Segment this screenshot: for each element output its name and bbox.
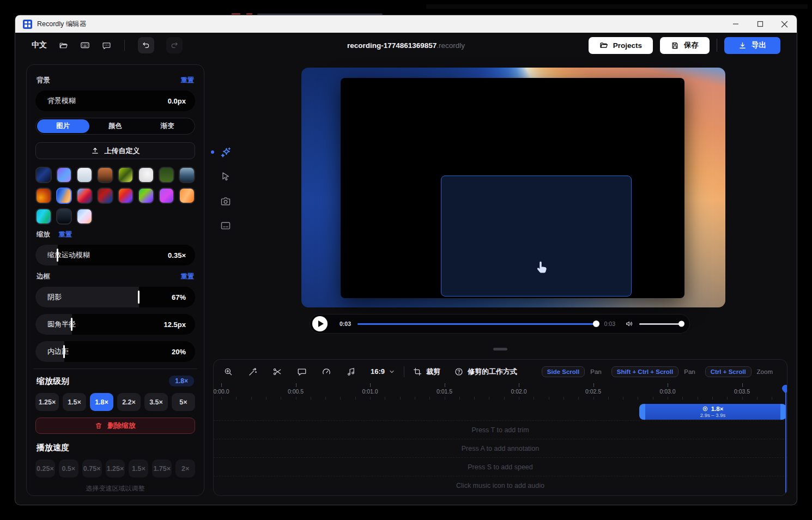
projects-button[interactable]: Projects bbox=[589, 37, 653, 54]
wallpaper-thumbnail[interactable] bbox=[179, 167, 195, 183]
wallpaper-thumbnail[interactable] bbox=[97, 188, 113, 204]
volume-icon[interactable] bbox=[625, 319, 634, 328]
wallpaper-thumbnail[interactable] bbox=[159, 188, 175, 204]
playback-speed-option[interactable]: 1.5× bbox=[129, 459, 148, 477]
playback-speed-option[interactable]: 1.75× bbox=[152, 459, 172, 477]
zoom-level-option[interactable]: 3.5× bbox=[144, 393, 168, 411]
seek-handle[interactable] bbox=[593, 321, 599, 327]
timeline-zoom-region[interactable]: 1.8× 2.9s – 3.9s bbox=[639, 404, 786, 420]
wallpaper-thumbnail[interactable] bbox=[138, 188, 154, 204]
wallpaper-thumbnail[interactable] bbox=[35, 167, 52, 183]
keyboard-icon[interactable] bbox=[80, 40, 90, 50]
screenshot-tool-button[interactable] bbox=[218, 194, 233, 209]
timeline-lane[interactable]: Press T to add trim bbox=[214, 420, 787, 439]
zoom-in-icon[interactable] bbox=[223, 367, 233, 377]
background-reset-link[interactable]: 重置 bbox=[181, 76, 194, 85]
zoom-level-option[interactable]: 5× bbox=[172, 393, 195, 411]
feedback-chat-icon[interactable] bbox=[102, 41, 111, 50]
close-button[interactable] bbox=[772, 15, 797, 33]
maximize-button[interactable] bbox=[748, 15, 772, 33]
region-left-handle[interactable] bbox=[639, 404, 645, 420]
toolbar-divider bbox=[404, 366, 404, 377]
wallpaper-thumbnail[interactable] bbox=[159, 167, 175, 183]
background-tab[interactable]: 渐变 bbox=[141, 119, 193, 133]
wallpaper-thumbnail[interactable] bbox=[138, 167, 154, 183]
toolbar-divider bbox=[717, 39, 717, 52]
app-window: Recordly 编辑器 中文 bbox=[15, 15, 797, 505]
playback-speed-option[interactable]: 1.25× bbox=[106, 459, 125, 477]
hand-cursor-icon bbox=[533, 259, 550, 276]
ruler-tick bbox=[519, 383, 519, 387]
background-tab[interactable]: 颜色 bbox=[89, 119, 142, 133]
playhead[interactable] bbox=[785, 385, 786, 495]
wallpaper-thumbnail[interactable] bbox=[118, 188, 134, 204]
wallpaper-thumbnail[interactable] bbox=[56, 167, 72, 183]
speed-gauge-icon[interactable] bbox=[322, 367, 331, 377]
border-slider[interactable]: 阴影67% bbox=[35, 287, 195, 307]
window-title: Recordly 编辑器 bbox=[37, 20, 86, 29]
crop-button[interactable]: 裁剪 bbox=[413, 367, 440, 377]
open-folder-icon[interactable] bbox=[59, 41, 68, 50]
upload-custom-button[interactable]: 上传自定义 bbox=[35, 142, 195, 159]
duration: 0:03 bbox=[604, 321, 615, 327]
volume-slider[interactable] bbox=[639, 323, 684, 325]
wallpaper-thumbnail[interactable] bbox=[76, 188, 93, 204]
wallpaper-thumbnail[interactable] bbox=[35, 208, 52, 225]
scissors-icon[interactable] bbox=[272, 367, 282, 377]
timeline-lane[interactable]: Press S to add speed bbox=[214, 457, 787, 476]
cursor-tool-button[interactable] bbox=[218, 169, 233, 184]
caption-tool-button[interactable] bbox=[218, 218, 233, 233]
timeline-ruler[interactable]: 0:00.00:00.50:01.00:01.50:02.00:02.50:03… bbox=[214, 383, 787, 400]
minimize-button[interactable] bbox=[723, 15, 748, 33]
wallpaper-thumbnail[interactable] bbox=[97, 167, 113, 183]
ruler-tick bbox=[742, 383, 743, 387]
wallpaper-thumbnail[interactable] bbox=[35, 188, 52, 204]
zoom-level-option[interactable]: 2.2× bbox=[117, 393, 141, 411]
playback-speed-option[interactable]: 2× bbox=[175, 459, 195, 477]
zoom-selection-box[interactable] bbox=[441, 176, 632, 297]
border-slider[interactable]: 内边距20% bbox=[35, 341, 195, 362]
wallpaper-thumbnail[interactable] bbox=[56, 208, 72, 225]
background-tab[interactable]: 图片 bbox=[37, 119, 89, 133]
trim-help-button[interactable]: 修剪的工作方式 bbox=[455, 367, 517, 377]
zoom-motion-blur-slider[interactable]: 缩放运动模糊 0.35× bbox=[35, 245, 195, 265]
wallpaper-thumbnail[interactable] bbox=[76, 167, 93, 183]
wallpaper-grid bbox=[35, 167, 195, 225]
zoom-level-option[interactable]: 1.25× bbox=[35, 393, 59, 411]
playback-speed-option[interactable]: 0.75× bbox=[82, 459, 102, 477]
zoom-level-option[interactable]: 1.5× bbox=[63, 393, 86, 411]
video-preview[interactable] bbox=[301, 68, 725, 307]
delete-zoom-button[interactable]: 删除缩放 bbox=[35, 418, 195, 434]
effects-tool-button[interactable] bbox=[218, 144, 233, 160]
wallpaper-thumbnail[interactable] bbox=[56, 188, 72, 204]
playback-speed-option[interactable]: 0.25× bbox=[35, 459, 55, 477]
zoom-level-option[interactable]: 1.8× bbox=[90, 393, 113, 411]
volume-handle[interactable] bbox=[678, 321, 684, 327]
wallpaper-thumbnail[interactable] bbox=[179, 188, 195, 204]
ruler-tick bbox=[221, 383, 222, 387]
music-icon[interactable] bbox=[346, 367, 356, 377]
magic-wand-icon[interactable] bbox=[248, 367, 258, 377]
slider-value: 20% bbox=[172, 348, 186, 356]
language-button[interactable]: 中文 bbox=[32, 40, 47, 50]
redo-button[interactable] bbox=[166, 37, 183, 53]
playback-speed-option[interactable]: 0.5× bbox=[59, 459, 78, 477]
undo-button[interactable] bbox=[138, 37, 154, 53]
timeline-lane[interactable]: Click music icon to add audio bbox=[214, 476, 787, 494]
border-slider[interactable]: 圆角半径12.5px bbox=[35, 314, 195, 335]
zoom-reset-link[interactable]: 重置 bbox=[59, 230, 72, 239]
timeline-lane[interactable]: Press A to add annotation bbox=[214, 439, 787, 457]
export-button[interactable]: 导出 bbox=[724, 37, 780, 54]
wallpaper-thumbnail[interactable] bbox=[76, 208, 93, 225]
annotation-icon[interactable] bbox=[297, 367, 307, 377]
aspect-ratio-dropdown[interactable]: 16:9 bbox=[371, 367, 395, 376]
panel-resize-handle[interactable] bbox=[493, 348, 507, 350]
play-button[interactable] bbox=[312, 316, 328, 331]
timeline-toolbar: 16:9 裁剪 修剪的工作方式 Side ScrollPanShift + Ct… bbox=[214, 360, 787, 383]
wallpaper-thumbnail[interactable] bbox=[118, 167, 134, 183]
background-blur-label: 背景模糊 bbox=[47, 96, 76, 106]
background-blur-slider[interactable]: 背景模糊 0.0px bbox=[35, 90, 195, 111]
border-reset-link[interactable]: 重置 bbox=[181, 272, 194, 281]
seek-bar[interactable] bbox=[357, 323, 598, 325]
save-button[interactable]: 保存 bbox=[660, 37, 710, 54]
